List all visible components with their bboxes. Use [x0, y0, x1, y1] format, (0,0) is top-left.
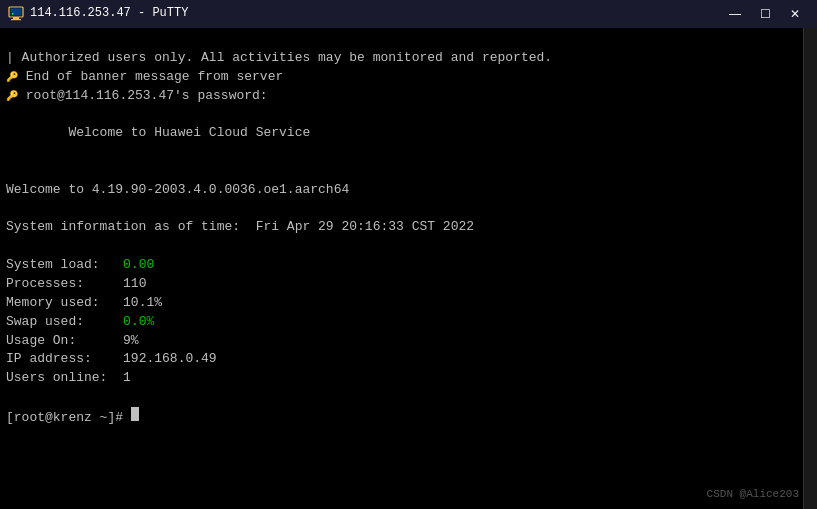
terminal-line: Users online: 1 — [6, 369, 811, 388]
svg-rect-2 — [11, 19, 21, 20]
terminal-line — [6, 237, 811, 256]
putty-icon — [8, 6, 24, 22]
titlebar-left: 114.116.253.47 - PuTTY — [8, 5, 188, 22]
terminal-line — [6, 30, 811, 49]
kv-key: Usage On: — [6, 332, 123, 351]
titlebar: 114.116.253.47 - PuTTY — ☐ ✕ — [0, 0, 817, 28]
minimize-button[interactable]: — — [721, 0, 749, 28]
terminal-line — [6, 105, 811, 124]
terminal-line — [6, 388, 811, 407]
terminal-line: Swap used: 0.0% — [6, 313, 811, 332]
kv-key: Users online: — [6, 369, 123, 388]
kv-value: 110 — [123, 275, 146, 294]
terminal-line: System information as of time: Fri Apr 2… — [6, 218, 811, 237]
kv-key: Swap used: — [6, 313, 123, 332]
terminal-line: System load: 0.00 — [6, 256, 811, 275]
kv-value: 1 — [123, 369, 131, 388]
titlebar-title: 114.116.253.47 - PuTTY — [30, 5, 188, 22]
terminal-content: | Authorized users only. All activities … — [6, 30, 811, 428]
terminal-line: Usage On: 9% — [6, 332, 811, 351]
kv-value: 10.1% — [123, 294, 162, 313]
kv-key: Processes: — [6, 275, 123, 294]
terminal-line: Welcome to Huawei Cloud Service — [6, 124, 811, 143]
terminal-line: 🔑 root@114.116.253.47's password: — [6, 87, 811, 106]
kv-key: System load: — [6, 256, 123, 275]
close-button[interactable]: ✕ — [781, 0, 809, 28]
terminal-line: IP address: 192.168.0.49 — [6, 350, 811, 369]
key-icon: 🔑 — [6, 71, 18, 86]
kv-key: Memory used: — [6, 294, 123, 313]
terminal-line — [6, 162, 811, 181]
kv-value: 0.00 — [123, 256, 154, 275]
terminal-line: Processes: 110 — [6, 275, 811, 294]
kv-value: 9% — [123, 332, 139, 351]
titlebar-controls: — ☐ ✕ — [721, 0, 809, 28]
terminal-line: [root@krenz ~]# — [6, 407, 811, 428]
kv-value: 192.168.0.49 — [123, 350, 217, 369]
kv-value: 0.0% — [123, 313, 154, 332]
watermark: CSDN @Alice203 — [707, 487, 799, 503]
terminal-line: Welcome to 4.19.90-2003.4.0.0036.oe1.aar… — [6, 181, 811, 200]
terminal[interactable]: | Authorized users only. All activities … — [0, 28, 817, 509]
scrollbar[interactable] — [803, 28, 817, 509]
terminal-line: Memory used: 10.1% — [6, 294, 811, 313]
cursor — [131, 407, 139, 421]
maximize-button[interactable]: ☐ — [751, 0, 779, 28]
terminal-line — [6, 143, 811, 162]
key-icon: 🔑 — [6, 90, 18, 105]
terminal-line: | Authorized users only. All activities … — [6, 49, 811, 68]
svg-rect-4 — [12, 13, 14, 15]
svg-rect-1 — [13, 17, 19, 19]
prompt-text: [root@krenz ~]# — [6, 409, 131, 428]
terminal-line: 🔑 End of banner message from server — [6, 68, 811, 87]
terminal-line — [6, 200, 811, 219]
kv-key: IP address: — [6, 350, 123, 369]
